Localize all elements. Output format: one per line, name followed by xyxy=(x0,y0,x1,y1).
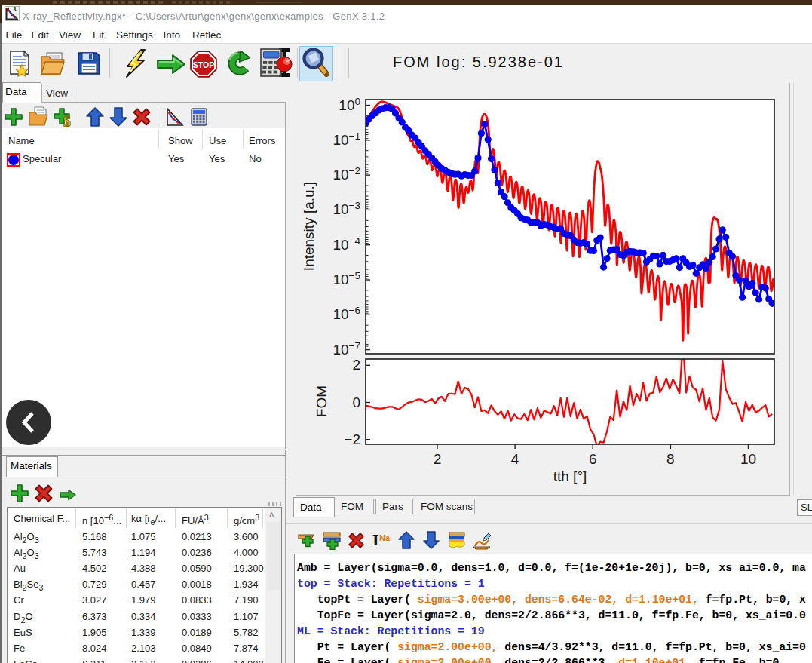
svg-text:10−7: 10−7 xyxy=(332,340,360,358)
svg-text:8: 8 xyxy=(666,451,675,467)
svg-text:4: 4 xyxy=(511,451,519,467)
svg-text:6: 6 xyxy=(589,451,597,467)
svg-text:Intensity [a.u.]: Intensity [a.u.] xyxy=(301,182,317,271)
svg-text:10−4: 10−4 xyxy=(332,235,360,253)
svg-text:I: I xyxy=(372,530,379,549)
svg-text:100: 100 xyxy=(339,96,360,113)
svg-text:STOP: STOP xyxy=(193,60,214,69)
svg-text:10−3: 10−3 xyxy=(332,200,360,217)
svg-text:FOM: FOM xyxy=(314,385,329,417)
svg-text:tth [°]: tth [°] xyxy=(553,468,587,484)
svg-text:10−6: 10−6 xyxy=(332,305,360,322)
svg-text:Na: Na xyxy=(379,533,391,542)
svg-text:$: $ xyxy=(63,113,71,127)
svg-text:2: 2 xyxy=(434,451,442,467)
svg-text:2: 2 xyxy=(352,357,360,373)
svg-text:10−5: 10−5 xyxy=(332,270,360,287)
svg-text:−2: −2 xyxy=(344,431,360,447)
svg-text:10−2: 10−2 xyxy=(332,165,360,183)
svg-text:10: 10 xyxy=(740,451,756,467)
svg-text:0: 0 xyxy=(352,394,360,410)
svg-text:10−1: 10−1 xyxy=(332,130,360,148)
